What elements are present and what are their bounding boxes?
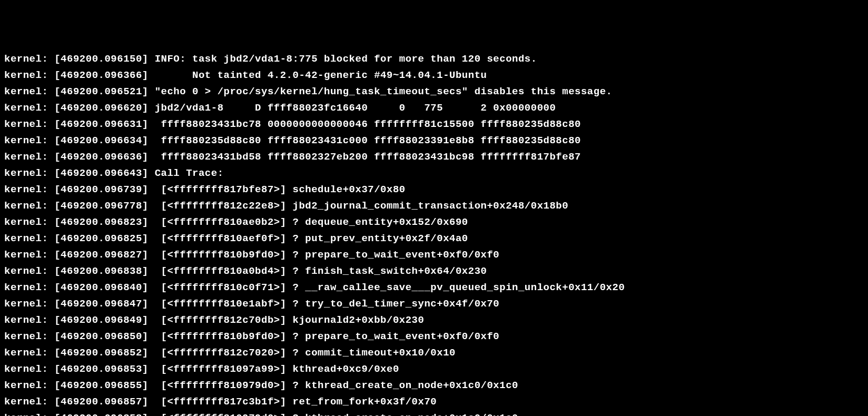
log-line: kernel: [469200.096850] [<ffffffff810b9f… bbox=[4, 329, 864, 345]
log-line: kernel: [469200.096840] [<ffffffff810c0f… bbox=[4, 280, 864, 296]
log-line: kernel: [469200.096631] ffff88023431bc78… bbox=[4, 116, 864, 133]
log-line: kernel: [469200.096838] [<ffffffff810a0b… bbox=[4, 263, 864, 280]
log-line: kernel: [469200.096847] [<ffffffff810e1a… bbox=[4, 296, 864, 312]
log-line: kernel: [469200.096643] Call Trace: bbox=[4, 165, 864, 182]
log-line: kernel: [469200.096827] [<ffffffff810b9f… bbox=[4, 247, 864, 263]
log-line: kernel: [469200.096620] jbd2/vda1-8 D ff… bbox=[4, 100, 864, 116]
log-line: kernel: [469200.096849] [<ffffffff812c70… bbox=[4, 312, 864, 329]
log-line: kernel: [469200.096739] [<ffffffff817bfe… bbox=[4, 182, 864, 198]
log-line: kernel: [469200.096857] [<ffffffff817c3b… bbox=[4, 394, 864, 410]
terminal-output: kernel: [469200.096150] INFO: task jbd2/… bbox=[4, 51, 864, 416]
log-line: kernel: [469200.096853] [<ffffffff81097a… bbox=[4, 361, 864, 378]
log-line: kernel: [469200.096778] [<ffffffff812c22… bbox=[4, 198, 864, 214]
log-line: kernel: [469200.096855] [<ffffffff810979… bbox=[4, 378, 864, 394]
log-line: kernel: [469200.096634] ffff880235d88c80… bbox=[4, 133, 864, 149]
log-line: kernel: [469200.096858] [<ffffffff810979… bbox=[4, 410, 864, 416]
log-line: kernel: [469200.096521] "echo 0 > /proc/… bbox=[4, 84, 864, 100]
log-line: kernel: [469200.096150] INFO: task jbd2/… bbox=[4, 51, 864, 67]
log-line: kernel: [469200.096825] [<ffffffff810aef… bbox=[4, 231, 864, 247]
log-line: kernel: [469200.096636] ffff88023431bd58… bbox=[4, 149, 864, 165]
log-line: kernel: [469200.096366] Not tainted 4.2.… bbox=[4, 67, 864, 84]
log-line: kernel: [469200.096852] [<ffffffff812c70… bbox=[4, 345, 864, 361]
log-line: kernel: [469200.096823] [<ffffffff810ae0… bbox=[4, 214, 864, 231]
